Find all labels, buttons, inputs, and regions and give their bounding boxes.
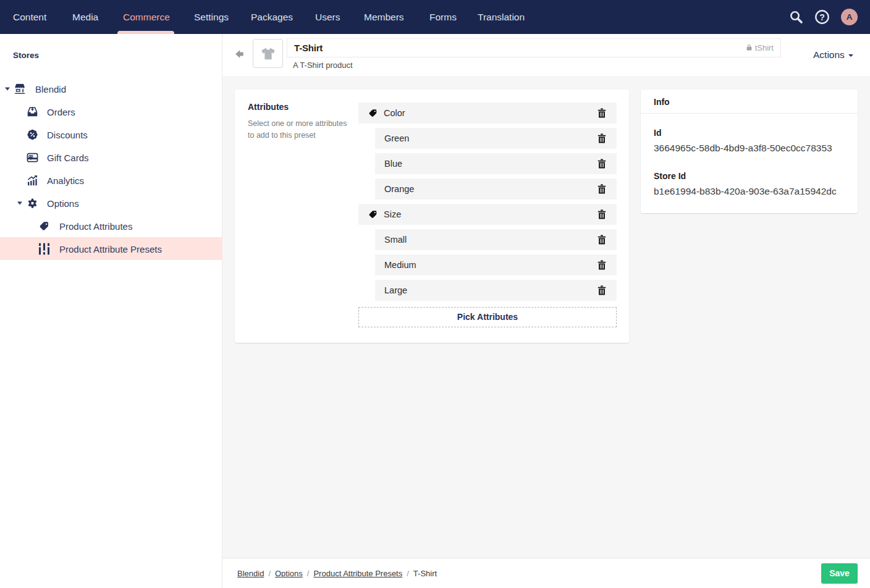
svg-text:?: ? — [819, 12, 825, 22]
